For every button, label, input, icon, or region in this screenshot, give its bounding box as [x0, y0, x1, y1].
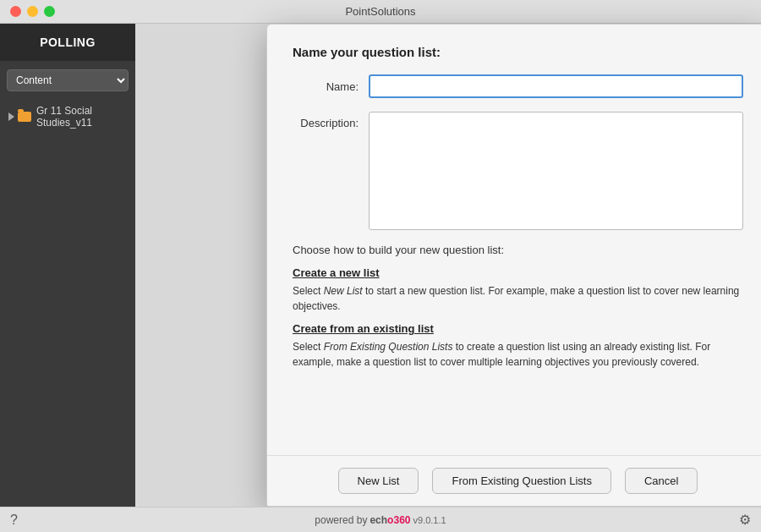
name-label: Name:: [293, 80, 369, 93]
option1-description: Select New List to start a new question …: [293, 283, 743, 314]
modal-overlay: Name your question list: Name: Descripti…: [135, 24, 761, 507]
brand-char-c: c: [375, 514, 381, 526]
modal-footer: New List From Existing Question Lists Ca…: [267, 455, 761, 506]
right-area: 10000 Seats ↩ Feedback Name your questio…: [135, 24, 761, 507]
name-row: Name:: [293, 74, 743, 98]
brand-char-6: 6: [399, 514, 405, 526]
sidebar-item-label: Gr 11 Social Studies_v11: [36, 105, 127, 129]
option1-italic: New List: [324, 285, 363, 297]
description-row: Description:: [293, 112, 743, 230]
modal-content: Name your question list: Name: Descripti…: [267, 25, 761, 455]
minimize-button[interactable]: [27, 6, 38, 17]
title-bar: PointSolutions: [0, 0, 761, 24]
cancel-button[interactable]: Cancel: [625, 468, 698, 494]
powered-by-text: powered by: [315, 514, 367, 526]
option1-section: Create a new list Select New List to sta…: [293, 266, 743, 314]
version-text: v9.0.1.1: [413, 515, 446, 525]
brand-name: echo360: [370, 514, 410, 526]
description-label: Description:: [293, 117, 369, 129]
description-textarea[interactable]: [369, 112, 743, 230]
sidebar-dropdown-container[interactable]: Content Performance Questions: [7, 69, 129, 91]
powered-by: powered by echo360 v9.0.1.1: [315, 514, 446, 526]
content-dropdown[interactable]: Content Performance Questions: [7, 69, 129, 91]
from-existing-button[interactable]: From Existing Question Lists: [432, 468, 610, 494]
option1-heading[interactable]: Create a new list: [293, 266, 743, 279]
app-title: PointSolutions: [345, 5, 415, 18]
modal-title: Name your question list:: [293, 45, 743, 59]
window-controls[interactable]: [10, 6, 55, 17]
name-input[interactable]: [369, 74, 743, 98]
build-section-title: Choose how to build your new question li…: [293, 244, 743, 256]
maximize-button[interactable]: [44, 6, 55, 17]
sidebar-header: POLLING: [0, 24, 135, 61]
help-icon[interactable]: ?: [10, 513, 18, 528]
folder-icon: [18, 112, 31, 122]
expand-icon: [8, 112, 14, 121]
sidebar: POLLING Content Performance Questions Gr…: [0, 24, 135, 507]
new-list-button[interactable]: New List: [338, 468, 419, 494]
modal-dialog: Name your question list: Name: Descripti…: [266, 24, 761, 507]
option2-description: Select From Existing Question Lists to c…: [293, 339, 743, 370]
option2-heading[interactable]: Create from an existing list: [293, 322, 743, 335]
settings-icon[interactable]: ⚙: [739, 512, 751, 528]
option2-section: Create from an existing list Select From…: [293, 322, 743, 370]
close-button[interactable]: [10, 6, 21, 17]
brand-char-0: 0: [405, 514, 411, 526]
brand-char-h: h: [381, 514, 387, 526]
main-layout: POLLING Content Performance Questions Gr…: [0, 24, 761, 507]
sidebar-item-folder[interactable]: Gr 11 Social Studies_v11: [0, 100, 135, 134]
option2-italic: From Existing Question Lists: [324, 341, 453, 353]
bottom-bar: ? powered by echo360 v9.0.1.1 ⚙: [0, 507, 761, 532]
